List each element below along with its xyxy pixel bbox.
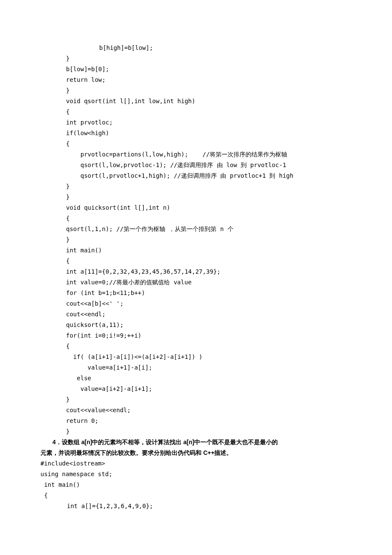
document-page: b[high]=b[low]; } b[low]=b[0]; return lo… <box>0 0 392 546</box>
code-line: int prvotloc; <box>40 117 352 128</box>
code-line: else <box>40 373 352 384</box>
code-line: } <box>40 192 352 202</box>
heading-text: 设数组 <box>62 439 81 445</box>
code-line: cout<<value<<endl; <box>40 405 352 416</box>
question-heading-cont: 元素，并说明最坏情况下的比较次数。要求分别给出伪代码和 C++描述。 <box>40 448 352 458</box>
heading-bold: a[n] <box>183 439 194 445</box>
code-line: prvotloc=partions(l,low,high); //将第一次排序的… <box>40 149 352 160</box>
code-line: { <box>40 213 352 224</box>
code-line: qsort(l,low,prvotloc-1); //递归调用排序 由 low … <box>40 160 352 171</box>
code-line: if(low<high) <box>40 128 352 139</box>
code-block-2: #include<iostream> using namespace std; … <box>40 458 352 512</box>
code-line: cout<<endl; <box>40 309 352 320</box>
code-block-1: b[high]=b[low]; } b[low]=b[0]; return lo… <box>40 43 352 437</box>
code-line: for (int b=1;b<11;b++) <box>40 288 352 298</box>
code-line: } <box>40 394 352 405</box>
code-line: qsort(l,prvotloc+1,high); //递归调用排序 由 prv… <box>40 171 352 181</box>
code-line: int value=0;//将最小差的值赋值给 value <box>40 277 352 288</box>
code-line: } <box>40 53 352 64</box>
code-line: if( (a[i+1]-a[i])<=(a[i+2]-a[i+1]) ) <box>40 352 352 362</box>
question-number: 4． <box>52 439 62 445</box>
code-line: } <box>40 181 352 192</box>
code-line: } <box>40 426 352 437</box>
code-line: int main() <box>40 480 352 490</box>
code-line: void quicksort(int l[],int n) <box>40 202 352 213</box>
code-line: return 0; <box>40 416 352 426</box>
heading-text: 中的元素均不相等，设计算法找出 <box>92 439 183 445</box>
code-line: b[low]=b[0]; <box>40 64 352 75</box>
code-line: void qsort(int l[],int low,int high) <box>40 96 352 107</box>
question-heading: 4．设数组 a[n]中的元素均不相等，设计算法找出 a[n]中一个既不是最大也不… <box>40 437 352 448</box>
code-line: { <box>40 341 352 352</box>
code-line: quicksort(a,11); <box>40 320 352 330</box>
code-line: return low; <box>40 75 352 85</box>
code-line: } <box>40 234 352 245</box>
code-line: b[high]=b[low]; <box>40 43 352 53</box>
code-line: #include<iostream> <box>40 458 352 469</box>
code-line: using namespace std; <box>40 469 352 480</box>
code-line: for(int i=0;i!=9;++i) <box>40 330 352 341</box>
code-line: int a[11]={0,2,32,43,23,45,36,57,14,27,3… <box>40 266 352 277</box>
heading-bold: a[n] <box>81 439 92 445</box>
code-line: { <box>40 107 352 117</box>
code-line: int a[]={1,2,3,6,4,9,0}; <box>40 501 352 512</box>
code-line: } <box>40 85 352 96</box>
heading-text: 中一个既不是最大也不是最小的 <box>194 439 278 445</box>
code-line: { <box>40 490 352 501</box>
code-line: { <box>40 256 352 266</box>
code-line: int main() <box>40 245 352 256</box>
code-line: qsort(l,1,n); //第一个作为枢轴 ，从第一个排到第 n 个 <box>40 224 352 234</box>
code-line: { <box>40 139 352 149</box>
code-line: value=a[i+2]-a[i+1]; <box>40 384 352 394</box>
code-line: cout<<a[b]<<' '; <box>40 298 352 309</box>
code-line: value=a[i+1]-a[i]; <box>40 362 352 373</box>
